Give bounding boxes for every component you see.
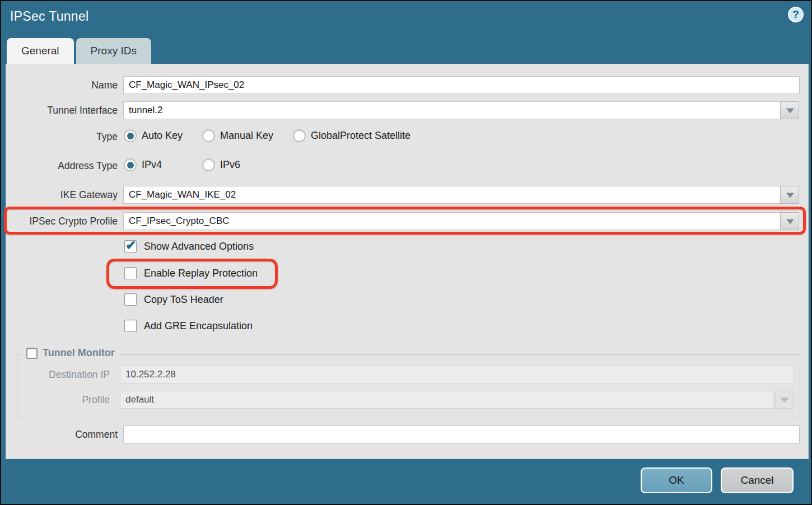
address-type-row: Address Type IPv4 IPv6 — [6, 158, 808, 173]
ipsec-crypto-profile-row: IPSec Crypto Profile — [6, 212, 808, 230]
destination-ip-input — [120, 366, 794, 384]
ipsec-crypto-profile-label: IPSec Crypto Profile — [6, 212, 118, 230]
radio-icon[interactable] — [124, 129, 137, 142]
checkbox-icon[interactable] — [124, 240, 137, 252]
chevron-down-icon — [786, 193, 794, 198]
tunnel-monitor-fieldset: Tunnel Monitor Destination IP Profile — [17, 354, 800, 418]
destination-ip-label: Destination IP — [17, 366, 110, 384]
cancel-button[interactable]: Cancel — [721, 467, 794, 493]
radio-ipv6[interactable]: IPv6 — [202, 158, 240, 171]
ipsec-crypto-profile-dropdown-button[interactable] — [781, 212, 799, 230]
profile-label: Profile — [17, 391, 110, 409]
dialog-title: IPSec Tunnel — [10, 9, 88, 24]
ok-button[interactable]: OK — [641, 467, 712, 493]
comment-label: Comment — [6, 425, 118, 443]
profile-row: Profile — [17, 391, 800, 409]
ipsec-tunnel-dialog: IPSec Tunnel ? General Proxy IDs Name Tu… — [0, 0, 812, 505]
checkbox-copy-tos-header[interactable]: Copy ToS Header — [124, 293, 223, 306]
radio-icon[interactable] — [202, 158, 215, 171]
radio-globalprotect-satellite[interactable]: GlobalProtect Satellite — [293, 129, 410, 142]
profile-dropdown-button — [775, 391, 794, 409]
radio-manual-key[interactable]: Manual Key — [202, 129, 273, 142]
tunnel-interface-row: Tunnel Interface — [6, 101, 808, 119]
radio-icon[interactable] — [124, 158, 137, 171]
chevron-down-icon — [786, 219, 794, 224]
ipsec-crypto-profile-input[interactable] — [123, 212, 781, 230]
type-label: Type — [6, 129, 118, 147]
ike-gateway-label: IKE Gateway — [6, 186, 118, 204]
destination-ip-row: Destination IP — [17, 366, 800, 384]
radio-icon[interactable] — [293, 129, 306, 142]
name-label: Name — [6, 76, 118, 94]
tunnel-interface-label: Tunnel Interface — [6, 101, 118, 119]
comment-row: Comment — [6, 425, 808, 443]
tunnel-interface-input[interactable] — [123, 101, 781, 119]
checkbox-enable-replay-protection[interactable]: Enable Replay Protection — [124, 267, 258, 279]
tab-bar: General Proxy IDs — [7, 38, 151, 64]
tunnel-interface-dropdown-button[interactable] — [781, 101, 799, 119]
ike-gateway-input[interactable] — [123, 186, 781, 204]
ike-gateway-row: IKE Gateway — [6, 186, 808, 204]
address-type-label: Address Type — [6, 158, 118, 176]
tab-proxy-ids[interactable]: Proxy IDs — [76, 38, 151, 64]
name-row: Name — [6, 76, 808, 94]
checkbox-icon[interactable] — [124, 320, 137, 332]
type-row: Type Auto Key Manual Key GlobalProtect S… — [6, 129, 808, 144]
general-tab-panel: Name Tunnel Interface Type Auto Key Manu… — [6, 64, 809, 459]
checkbox-add-gre-encapsulation[interactable]: Add GRE Encapsulation — [124, 320, 253, 332]
checkbox-icon[interactable] — [124, 267, 137, 279]
help-icon[interactable]: ? — [788, 7, 804, 22]
ike-gateway-dropdown-button[interactable] — [781, 186, 799, 204]
chevron-down-icon — [786, 108, 794, 113]
checkbox-icon[interactable] — [26, 348, 38, 359]
radio-ipv4[interactable]: IPv4 — [124, 158, 162, 171]
tab-general[interactable]: General — [7, 38, 74, 64]
comment-input[interactable] — [123, 425, 800, 443]
name-input[interactable] — [123, 76, 800, 94]
radio-auto-key[interactable]: Auto Key — [124, 129, 183, 142]
chevron-down-icon — [781, 398, 788, 403]
radio-icon[interactable] — [202, 129, 215, 142]
checkbox-icon[interactable] — [124, 293, 137, 306]
profile-input — [120, 391, 774, 409]
tunnel-monitor-toggle[interactable]: Tunnel Monitor — [21, 347, 120, 359]
checkbox-show-advanced-options[interactable]: Show Advanced Options — [124, 240, 254, 252]
